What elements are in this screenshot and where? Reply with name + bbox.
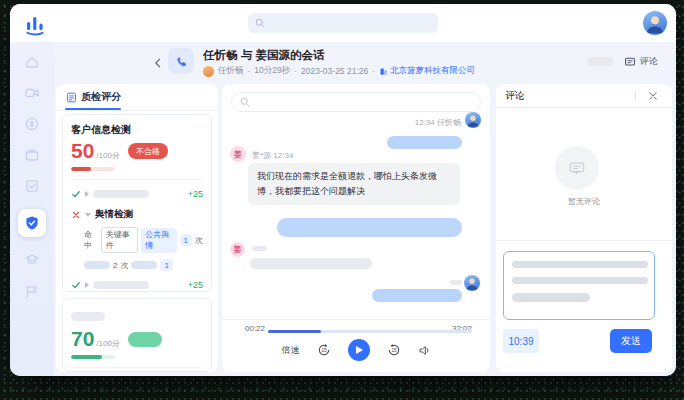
volume-icon[interactable] (418, 344, 431, 357)
company-link[interactable]: 北京菠萝科技有限公司 (379, 65, 475, 77)
separator-dot: · (248, 66, 251, 76)
empty-state-icon (555, 146, 599, 190)
agent-chat-avatar (464, 275, 480, 291)
bonus-points: +25 (188, 189, 203, 199)
skeleton-tag (84, 261, 110, 269)
graduation-cap-icon[interactable] (24, 252, 40, 268)
bonus-points: +25 (188, 280, 203, 290)
shield-check-icon[interactable] (18, 209, 46, 237)
header-actions: 评论 (587, 55, 658, 68)
skeleton-name (252, 246, 267, 251)
video-icon[interactable] (24, 85, 40, 101)
skeleton-draft-line (512, 293, 590, 302)
coin-icon[interactable] (24, 116, 40, 132)
customer-chat-avatar: 姜 (230, 146, 246, 162)
transcript-search[interactable] (231, 92, 481, 112)
skeleton-rule-name (93, 190, 149, 198)
sentiment-detail-line: 2 次 1 (84, 259, 203, 271)
tag-key-event: 关键事件 (101, 227, 138, 253)
score-doc-icon (66, 92, 77, 103)
top-bar (10, 4, 676, 42)
cross-icon (71, 210, 81, 220)
home-icon[interactable] (24, 54, 40, 70)
message-meta-left: 姜*源 12:34 (252, 150, 293, 161)
conversation-header: 任忻畅 与 姜国源的会话 任忻畅 · 10分29秒 · 2023-03-25 2… (54, 42, 676, 84)
briefcase-icon[interactable] (24, 147, 40, 163)
skeleton-pill (587, 57, 614, 66)
transcript-panel: 12:34 任忻畅 姜 姜*源 12:34 我们现在的需求是全额退款，哪怕上头条… (222, 84, 490, 372)
score-card-second: 70 /100分 +25 (62, 298, 212, 372)
comments-panel: 评论 暂无评论 10:39 发送 (496, 84, 672, 372)
score-value: 70 (71, 328, 94, 350)
score-row: 70 /100分 (71, 328, 203, 350)
check-icon (71, 280, 81, 290)
app-window: 任忻畅 与 姜国源的会话 任忻畅 · 10分29秒 · 2023-03-25 2… (10, 4, 676, 376)
rule-row-passed[interactable]: +25 (71, 280, 203, 290)
agent-message-bubble (372, 289, 462, 302)
rule-row-sentiment[interactable]: 舆情检测 (71, 208, 203, 221)
search-icon (255, 18, 265, 28)
skeleton-rule-name (93, 281, 149, 289)
close-icon[interactable] (647, 90, 659, 102)
comments-title: 评论 (505, 89, 525, 103)
rewind-15-icon[interactable]: 15 (317, 343, 331, 357)
status-badge-pass (128, 332, 162, 347)
call-duration: 10分29秒 (254, 65, 290, 77)
count-value: 2 (113, 261, 117, 270)
score-value: 50 (71, 140, 94, 162)
chevron-right-icon (85, 282, 89, 288)
comment-button[interactable]: 评论 (624, 55, 658, 68)
tab-inspection-score[interactable]: 质检评分 (56, 84, 218, 111)
speed-button[interactable]: 倍速 (282, 344, 300, 357)
svg-text:15: 15 (391, 348, 397, 353)
agent-message-bubble (277, 218, 462, 237)
svg-text:15: 15 (321, 348, 327, 353)
user-avatar[interactable] (643, 11, 667, 35)
unit-label: 次 (120, 260, 128, 271)
player-controls: 倍速 15 15 (222, 338, 490, 362)
tag-count: 1 (180, 234, 192, 246)
active-tab-underline (65, 108, 121, 110)
conversation-meta: 任忻畅 · 10分29秒 · 2023-03-25 21:26 · 北京菠萝科技… (203, 65, 475, 77)
back-icon[interactable] (152, 57, 164, 69)
skeleton-card-title (71, 312, 105, 321)
score-unit: /100分 (96, 338, 120, 349)
skeleton-name (450, 280, 462, 285)
customer-chat-avatar: 姜 (230, 242, 245, 257)
play-button[interactable] (348, 339, 370, 361)
check-icon (71, 189, 81, 199)
flag-icon[interactable] (24, 283, 40, 299)
divider (71, 179, 203, 180)
seek-bar[interactable] (268, 330, 472, 333)
unit-label: 次 (195, 235, 203, 246)
skeleton-tag (131, 261, 157, 269)
rule-row-passed[interactable]: +25 (71, 189, 203, 199)
global-search-input[interactable] (270, 18, 431, 28)
forward-15-icon[interactable]: 15 (387, 343, 401, 357)
global-search[interactable] (248, 13, 438, 33)
customer-message-bubble (250, 258, 372, 269)
comment-input[interactable] (503, 251, 655, 320)
score-progress-bar (71, 167, 115, 171)
seek-progress (268, 330, 321, 333)
divider (222, 319, 490, 320)
divider (496, 240, 672, 241)
rule-title: 舆情检测 (95, 208, 133, 221)
tag-public-opinion: 公共舆情 (141, 228, 176, 253)
task-check-icon[interactable] (24, 178, 40, 194)
play-icon (356, 346, 363, 354)
app-logo-icon[interactable] (23, 12, 47, 36)
skeleton-draft-line (512, 277, 648, 284)
send-button[interactable]: 发送 (610, 329, 652, 353)
transcript-search-input[interactable] (255, 97, 472, 107)
search-icon (240, 97, 250, 107)
sentiment-hit-line: 命中 关键事件 公共舆情 1 次 (84, 227, 203, 253)
chevron-down-icon (85, 213, 91, 217)
agent-name: 任忻畅 (218, 65, 244, 77)
score-unit: /100分 (96, 150, 120, 161)
nav-rail (10, 42, 54, 376)
skeleton-draft-line (512, 261, 648, 268)
separator-dot: · (294, 66, 297, 76)
tab-label: 质检评分 (81, 90, 121, 104)
score-progress-bar (71, 355, 115, 359)
